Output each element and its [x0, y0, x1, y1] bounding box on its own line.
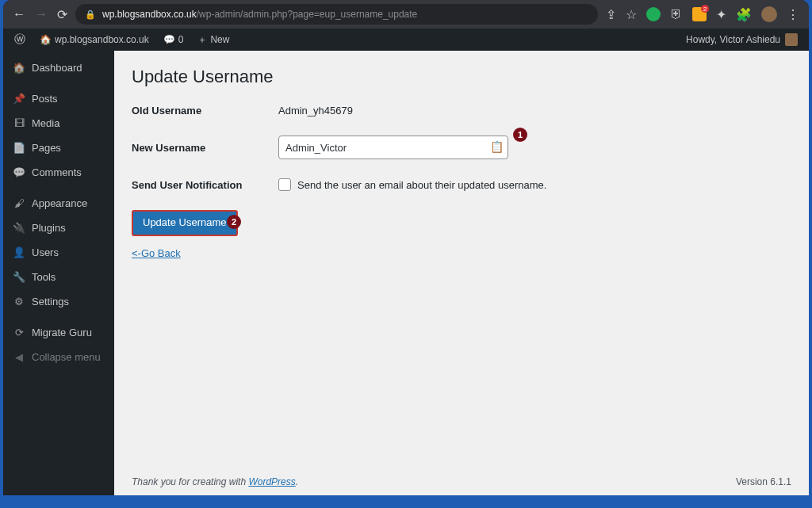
sidebar-item-label: Appearance: [32, 197, 87, 209]
url-bar[interactable]: 🔒 wp.blogsandbox.co.uk/wp-admin/admin.ph…: [75, 4, 598, 25]
reload-icon[interactable]: ⟳: [57, 7, 67, 22]
old-username-label: Old Username: [132, 105, 278, 116]
extension-green-icon[interactable]: [646, 7, 661, 21]
plugins-icon: 🔌: [13, 222, 25, 234]
extension-orange-icon[interactable]: [692, 7, 707, 21]
sidebar-item-comments[interactable]: 💬Comments: [3, 160, 114, 185]
menu-dots-icon[interactable]: ⋮: [787, 7, 799, 22]
notify-text: Send the user an email about their updat…: [297, 179, 546, 191]
user-avatar-icon[interactable]: [785, 33, 798, 46]
annotation-badge-1: 1: [513, 128, 527, 142]
sidebar-item-label: Users: [32, 246, 59, 258]
sidebar-item-label: Migrate Guru: [32, 327, 92, 338]
lock-icon: 🔒: [85, 10, 96, 20]
sidebar-item-label: Dashboard: [32, 62, 82, 74]
page-title: Update Username: [132, 67, 791, 87]
dashboard-icon: 🏠: [13, 62, 25, 74]
sidebar-item-label: Plugins: [32, 222, 66, 234]
admin-sidebar: 🏠Dashboard 📌Posts 🎞Media 📄Pages 💬Comment…: [3, 51, 114, 495]
comments-link[interactable]: 💬0: [163, 34, 184, 45]
migrate-icon: ⟳: [13, 327, 25, 338]
sidebar-item-label: Comments: [32, 166, 82, 178]
sidebar-item-posts[interactable]: 📌Posts: [3, 86, 114, 111]
collapse-icon: ◀: [13, 351, 25, 363]
new-username-label: New Username: [132, 142, 278, 154]
puzzle-icon[interactable]: 🧩: [736, 7, 752, 22]
sidebar-item-label: Media: [32, 117, 59, 129]
version-text: Version 6.1.1: [736, 476, 791, 487]
sidebar-item-plugins[interactable]: 🔌Plugins: [3, 216, 114, 240]
sidebar-item-dashboard[interactable]: 🏠Dashboard: [3, 55, 114, 80]
wp-admin-bar: ⓦ 🏠wp.blogsandbox.co.uk 💬0 ＋New Howdy, V…: [3, 29, 809, 51]
sidebar-item-pages[interactable]: 📄Pages: [3, 136, 114, 160]
comments-icon: 💬: [13, 166, 25, 178]
site-link[interactable]: 🏠wp.blogsandbox.co.uk: [40, 34, 149, 45]
sidebar-item-tools[interactable]: 🔧Tools: [3, 265, 114, 289]
input-clipboard-icon[interactable]: 📋: [490, 140, 504, 153]
old-username-value: Admin_yh45679: [278, 105, 353, 116]
sidebar-item-settings[interactable]: ⚙Settings: [3, 289, 114, 314]
forward-icon[interactable]: →: [35, 7, 48, 22]
new-link[interactable]: ＋New: [197, 33, 229, 47]
sidebar-item-appearance[interactable]: 🖌Appearance: [3, 191, 114, 216]
profile-avatar-icon[interactable]: [761, 6, 777, 22]
annotation-badge-2: 2: [227, 215, 241, 229]
admin-footer: Thank you for creating with WordPress. V…: [114, 470, 809, 495]
share-icon[interactable]: ⇪: [606, 7, 616, 22]
sidebar-item-label: Pages: [32, 142, 61, 154]
url-path: /wp-admin/admin.php?page=eup_username_up…: [197, 9, 418, 20]
url-host: wp.blogsandbox.co.uk: [102, 9, 197, 20]
collapse-label: Collapse menu: [32, 351, 101, 363]
new-username-input[interactable]: [278, 136, 508, 159]
pages-icon: 📄: [13, 142, 25, 154]
extensions-icon[interactable]: ✦: [716, 7, 726, 22]
go-back-link[interactable]: <-Go Back: [132, 247, 181, 259]
sidebar-item-label: Tools: [32, 271, 56, 283]
appearance-icon: 🖌: [13, 197, 25, 209]
footer-text: Thank you for creating with: [132, 476, 248, 487]
sidebar-item-users[interactable]: 👤Users: [3, 240, 114, 265]
sidebar-item-migrate-guru[interactable]: ⟳Migrate Guru: [3, 320, 114, 345]
wordpress-link[interactable]: WordPress: [248, 476, 295, 487]
notify-label: Send User Notification: [132, 179, 278, 191]
users-icon: 👤: [13, 246, 25, 258]
sidebar-item-media[interactable]: 🎞Media: [3, 111, 114, 136]
posts-icon: 📌: [13, 93, 25, 105]
browser-toolbar: ← → ⟳ 🔒 wp.blogsandbox.co.uk/wp-admin/ad…: [3, 0, 809, 29]
wordpress-logo-icon[interactable]: ⓦ: [14, 32, 25, 47]
sidebar-item-label: Settings: [32, 296, 69, 307]
update-username-button[interactable]: Update Username: [132, 210, 238, 236]
tools-icon: 🔧: [13, 271, 25, 283]
notify-checkbox[interactable]: [278, 178, 291, 191]
settings-icon: ⚙: [13, 296, 25, 307]
bookmark-icon[interactable]: ☆: [626, 7, 637, 22]
extension-shield-icon[interactable]: ⛨: [670, 7, 683, 21]
howdy-text[interactable]: Howdy, Victor Ashiedu: [686, 34, 780, 45]
sidebar-item-label: Posts: [32, 93, 58, 105]
collapse-menu[interactable]: ◀Collapse menu: [3, 345, 114, 369]
media-icon: 🎞: [13, 117, 25, 129]
back-icon[interactable]: ←: [13, 7, 25, 22]
